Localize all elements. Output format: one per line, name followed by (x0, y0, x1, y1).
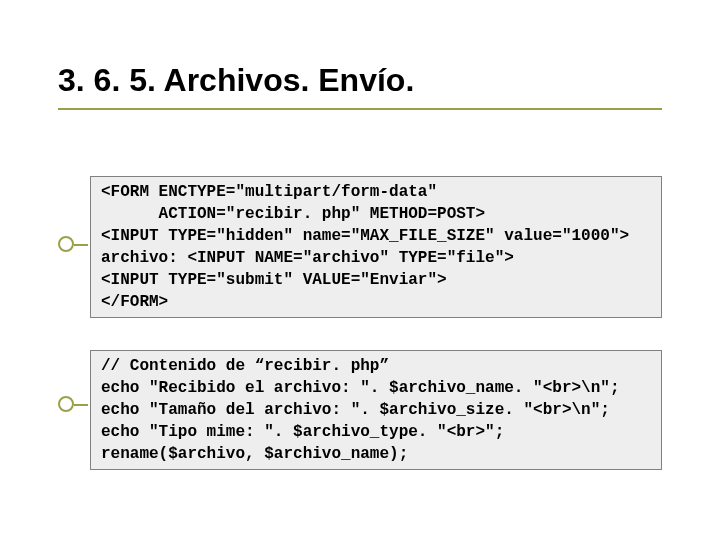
code-line: echo "Recibido el archivo: ". $archivo_n… (101, 379, 619, 397)
page-title: 3. 6. 5. Archivos. Envío. (58, 62, 414, 99)
bullet-connector-icon (74, 244, 88, 246)
code-line: // Contenido de “recibir. php” (101, 357, 389, 375)
bullet-icon (58, 236, 74, 252)
code-line: ACTION="recibir. php" METHOD=POST> (101, 205, 485, 223)
bullet-icon (58, 396, 74, 412)
code-line: <FORM ENCTYPE="multipart/form-data" (101, 183, 437, 201)
code-line: </FORM> (101, 293, 168, 311)
title-underline-icon (58, 108, 662, 110)
slide: 3. 6. 5. Archivos. Envío. <FORM ENCTYPE=… (0, 0, 720, 540)
code-line: echo "Tipo mime: ". $archivo_type. "<br>… (101, 423, 504, 441)
code-line: rename($archivo, $archivo_name); (101, 445, 408, 463)
bullet-connector-icon (74, 404, 88, 406)
code-line: echo "Tamaño del archivo: ". $archivo_si… (101, 401, 610, 419)
code-block-form: <FORM ENCTYPE="multipart/form-data" ACTI… (90, 176, 662, 318)
code-line: <INPUT TYPE="hidden" name="MAX_FILE_SIZE… (101, 227, 629, 245)
code-line: <INPUT TYPE="submit" VALUE="Enviar"> (101, 271, 447, 289)
code-line: archivo: <INPUT NAME="archivo" TYPE="fil… (101, 249, 514, 267)
code-block-php: // Contenido de “recibir. php” echo "Rec… (90, 350, 662, 470)
